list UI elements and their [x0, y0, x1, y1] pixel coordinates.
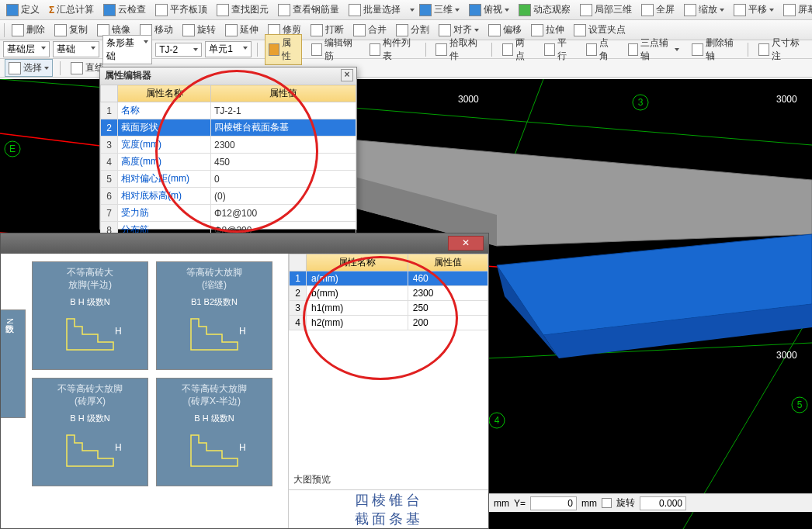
align-top-button[interactable]: 平齐板顶 [152, 2, 210, 18]
edit-rebar-button[interactable]: 编辑钢筋 [308, 35, 360, 64]
property-row[interactable]: 1名称TJ-2-1 [101, 102, 356, 119]
fullscreen-button[interactable]: 全屏 [638, 2, 678, 18]
delete-button[interactable]: 删除 [9, 22, 48, 38]
status-bar: mm Y= mm 旋转 [489, 493, 812, 512]
dropdown-icon[interactable] [410, 9, 415, 12]
property-row[interactable]: 3宽度(mm)2300 [101, 137, 356, 154]
2pt-icon [502, 43, 513, 56]
3pt-icon [628, 43, 639, 56]
layer-combo[interactable]: 基础层 [3, 41, 50, 57]
pan-icon [734, 4, 746, 16]
sec-col-name[interactable]: 属性名称 [307, 254, 408, 271]
sum-calc-button[interactable]: Σ汇总计算 [46, 2, 97, 18]
view-rebar-button[interactable]: 查看钢筋量 [275, 2, 342, 18]
property-row[interactable]: 5相对偏心距(mm)0 [101, 171, 356, 188]
section-thumb[interactable]: 不等高砖大放脚(砖厚X)B H 级数NH [32, 378, 148, 486]
zoom-icon [684, 4, 696, 16]
section-param-row[interactable]: 3h1(mm)250 [290, 301, 488, 316]
line-icon [71, 62, 83, 74]
local3d-icon [580, 4, 592, 16]
fullscreen-icon [641, 4, 654, 16]
section-thumb[interactable]: 不等高砖大放脚(半边)B H 级数NH [32, 261, 148, 370]
property-button[interactable]: 属性 [265, 34, 302, 65]
unit-combo[interactable]: 单元1 [205, 41, 252, 57]
property-row[interactable]: 4高度(mm)450 [101, 154, 356, 171]
batch-icon [349, 4, 361, 16]
align-icon [155, 4, 168, 16]
svg-text:3: 3 [638, 97, 644, 108]
dialog-close-button[interactable]: ✕ [448, 236, 484, 251]
context-bar: 基础层 基础 条形基础 TJ-2 单元1 属性 编辑钢筋 构件列表 拾取构件 两… [0, 40, 812, 59]
section-thumb[interactable]: 等高砖大放脚(缩缝)B1 B2级数NH [156, 261, 272, 370]
copy-button[interactable]: 复制 [51, 22, 91, 38]
svg-text:H: H [239, 442, 245, 453]
parallel-button[interactable]: 平行 [541, 35, 577, 64]
property-row[interactable]: 2截面形状四棱锥台截面条基 [101, 119, 356, 137]
svg-text:5: 5 [797, 399, 803, 410]
property-editor-panel: 属性编辑器 × 属性名称属性值 1名称TJ-2-12截面形状四棱锥台截面条基3宽… [99, 67, 357, 230]
twopoint-button[interactable]: 两点 [499, 35, 535, 64]
section-shape-dialog: ✕ 级数N 不等高砖大放脚(半边)B H 级数NH等高砖大放脚(缩缝)B1 B2… [0, 233, 489, 529]
section-param-row[interactable]: 1a(mm)460 [290, 271, 488, 286]
member-combo[interactable]: TJ-2 [155, 43, 202, 57]
zoom-button[interactable]: 缩放 [681, 2, 727, 18]
thumbnail-pane[interactable]: 级数N 不等高砖大放脚(半边)B H 级数NH等高砖大放脚(缩缝)B1 B2级数… [1, 254, 288, 528]
svg-text:3000: 3000 [776, 350, 797, 361]
orbit-button[interactable]: 动态观察 [515, 2, 574, 18]
preview-text: 四棱锥台 截面条基 [355, 491, 423, 528]
y-input[interactable] [530, 496, 577, 510]
rotate-button[interactable]: 旋转 [179, 22, 219, 38]
define-button[interactable]: 定义 [3, 2, 43, 18]
dimension-button[interactable]: 尺寸标注 [755, 35, 807, 64]
preview-label: 大图预览 [289, 470, 488, 489]
unit-label-2: mm [581, 498, 597, 509]
property-row[interactable]: 7受力筋Φ12@100 [101, 205, 356, 222]
subtype-combo[interactable]: 条形基础 [102, 35, 152, 64]
section-thumb-partial[interactable]: 级数N [1, 309, 26, 418]
rotate-input[interactable] [640, 496, 686, 510]
threepoint-axis-button[interactable]: 三点辅轴 [625, 35, 683, 64]
axis-label-e: E [9, 143, 16, 154]
find-element-button[interactable]: 查找图元 [213, 2, 272, 18]
3d-view-button[interactable]: 三维 [416, 2, 463, 18]
screen-button[interactable]: 屏幕 [780, 2, 812, 18]
rotate-icon [182, 24, 195, 36]
pan-button[interactable]: 平移 [730, 2, 777, 18]
svg-text:3000: 3000 [458, 94, 479, 105]
svg-text:3000: 3000 [776, 94, 797, 105]
cloud-check-button[interactable]: 云检查 [100, 2, 149, 18]
rotate-label: 旋转 [616, 496, 635, 510]
category-combo[interactable]: 基础 [53, 41, 99, 57]
batch-select-button[interactable]: 批量选择 [345, 2, 404, 18]
dialog-titlebar[interactable]: ✕ [1, 233, 488, 254]
svg-text:H: H [239, 326, 245, 337]
section-param-row[interactable]: 2b(mm)2300 [290, 286, 488, 301]
pick-icon [435, 43, 446, 56]
panel-close-button[interactable]: × [341, 69, 353, 81]
member-list-button[interactable]: 构件列表 [366, 35, 418, 64]
col-name[interactable]: 属性名称 [118, 85, 211, 102]
section-param-row[interactable]: 4h2(mm)200 [290, 316, 488, 330]
sigma-icon: Σ [49, 5, 54, 16]
pa-icon [586, 43, 597, 56]
pick-member-button[interactable]: 拾取构件 [432, 35, 484, 64]
rotate-checkbox[interactable] [602, 498, 612, 508]
extend-button[interactable]: 延伸 [222, 22, 262, 38]
col-value[interactable]: 属性值 [211, 85, 356, 102]
cloud-icon [103, 4, 116, 16]
pointangle-button[interactable]: 点角 [583, 35, 619, 64]
property-row[interactable]: 6相对底标高(m)(0) [101, 188, 356, 205]
sec-col-value[interactable]: 属性值 [408, 254, 488, 271]
select-tool[interactable]: 选择 [5, 59, 53, 77]
delax-icon [692, 43, 703, 56]
panel-title[interactable]: 属性编辑器 × [100, 67, 356, 85]
svg-text:4: 4 [494, 415, 500, 426]
section-thumb[interactable]: 不等高砖大放脚(砖厚X-半边)B H 级数NH [156, 378, 272, 486]
local-3d-button[interactable]: 局部三维 [577, 2, 635, 18]
copy-icon [54, 24, 67, 36]
extend-icon [225, 24, 238, 36]
delete-axis-button[interactable]: 删除辅轴 [689, 35, 741, 64]
section-params-pane: 属性名称属性值 1a(mm)4602b(mm)23003h1(mm)2504h2… [288, 254, 488, 528]
top-view-button[interactable]: 俯视 [466, 2, 512, 18]
orbit-icon [519, 4, 531, 16]
